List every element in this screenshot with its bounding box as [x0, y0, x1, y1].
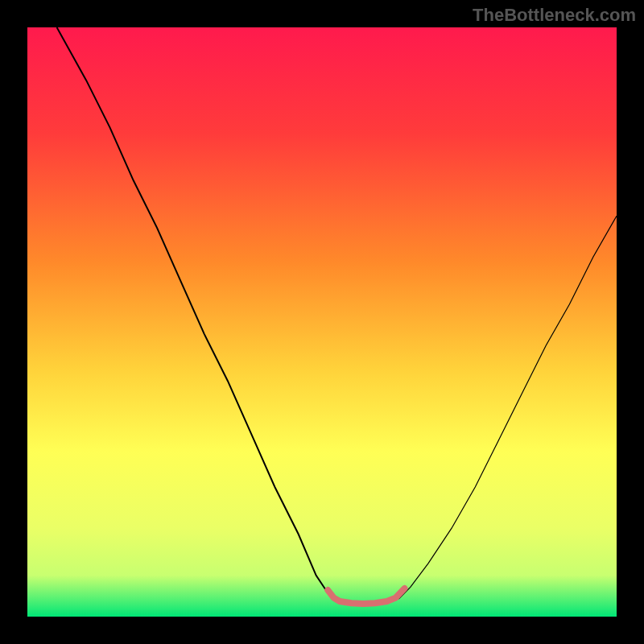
- chart-plot-area: [27, 27, 617, 617]
- watermark-text: TheBottleneck.com: [473, 5, 636, 26]
- chart-background: [27, 27, 617, 617]
- chart-svg: [27, 27, 617, 617]
